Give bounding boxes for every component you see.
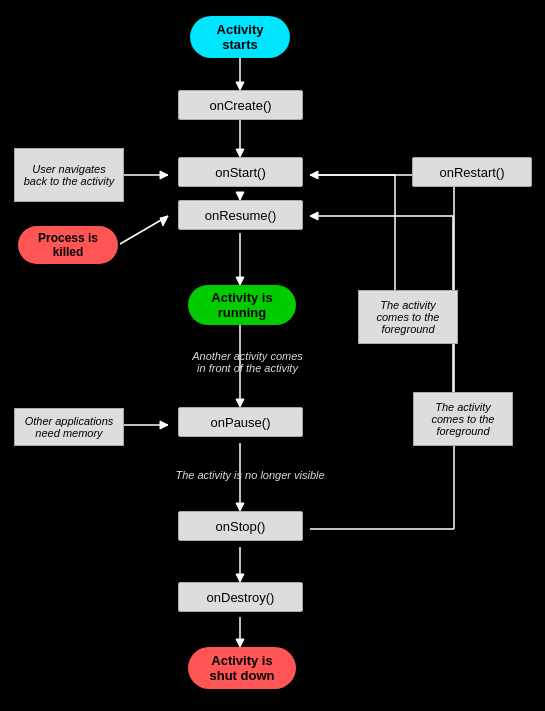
on-stop-box: onStop()	[178, 511, 303, 541]
on-resume-box: onResume()	[178, 200, 303, 230]
svg-marker-11	[236, 503, 244, 511]
on-destroy-box: onDestroy()	[178, 582, 303, 612]
activity-running-oval: Activity is running	[188, 285, 296, 325]
other-apps-label: Other applications need memory	[14, 408, 124, 446]
svg-marker-7	[236, 277, 244, 285]
svg-marker-17	[310, 171, 318, 179]
svg-marker-15	[236, 639, 244, 647]
svg-marker-5	[236, 192, 244, 200]
on-restart-box: onRestart()	[412, 157, 532, 187]
on-start-box: onStart()	[178, 157, 303, 187]
svg-marker-28	[310, 212, 318, 220]
not-visible-label: The activity is no longer visible	[160, 462, 340, 487]
svg-line-20	[120, 216, 168, 244]
svg-marker-1	[236, 82, 244, 90]
activity-starts-oval: Activity starts	[190, 16, 290, 58]
foreground-label-1: The activity comes to the foreground	[358, 290, 458, 344]
svg-marker-13	[236, 574, 244, 582]
svg-marker-21	[160, 216, 168, 226]
svg-marker-3	[236, 149, 244, 157]
another-activity-label: Another activity comes in front of the a…	[170, 342, 325, 382]
process-killed-oval: Process is killed	[18, 226, 118, 264]
svg-marker-30	[160, 421, 168, 429]
on-create-box: onCreate()	[178, 90, 303, 120]
foreground-label-2: The activity comes to the foreground	[413, 392, 513, 446]
on-pause-box: onPause()	[178, 407, 303, 437]
svg-marker-9	[236, 399, 244, 407]
user-navigates-label: User navigates back to the activity	[14, 148, 124, 202]
svg-marker-23	[160, 171, 168, 179]
activity-shutdown-oval: Activity is shut down	[188, 647, 296, 689]
